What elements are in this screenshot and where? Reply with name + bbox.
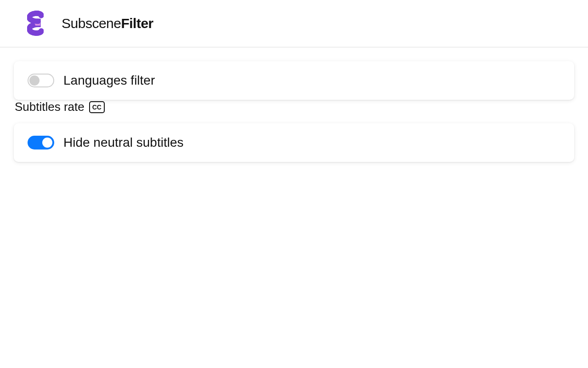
app-header: SubsceneFilter — [0, 0, 588, 47]
app-logo-icon — [22, 10, 49, 37]
app-title-bold: Filter — [121, 16, 153, 31]
closed-captions-icon: CC — [89, 101, 105, 113]
subtitles-rate-section-label: Subtitles rate CC — [15, 100, 574, 114]
languages-filter-label: Languages filter — [63, 73, 155, 88]
toggle-knob — [29, 75, 40, 86]
languages-filter-toggle[interactable] — [28, 74, 54, 87]
subtitles-rate-text: Subtitles rate — [15, 100, 85, 114]
hide-neutral-subtitles-card: Hide neutral subtitles — [14, 123, 574, 162]
app-title-light: Subscene — [62, 16, 121, 31]
languages-filter-card: Languages filter — [14, 61, 574, 100]
hide-neutral-subtitles-toggle[interactable] — [28, 136, 54, 150]
app-title: SubsceneFilter — [62, 16, 153, 31]
main-content: Languages filter Subtitles rate CC Hide … — [0, 47, 588, 162]
toggle-knob — [42, 138, 52, 148]
hide-neutral-subtitles-label: Hide neutral subtitles — [63, 135, 183, 150]
